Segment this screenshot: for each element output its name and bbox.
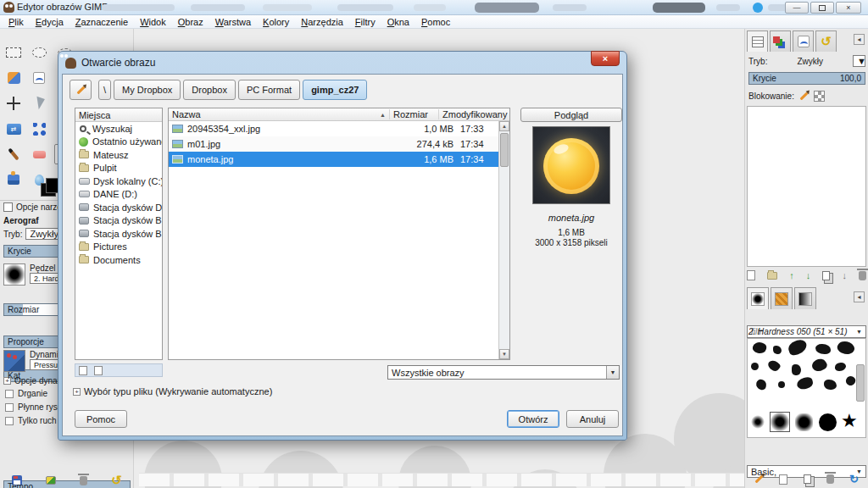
brush-thumb[interactable]	[755, 379, 767, 391]
place-dvd[interactable]: Stacja dysków DVD R...	[75, 201, 162, 214]
tab-layers[interactable]	[747, 30, 768, 52]
tab-channels[interactable]	[770, 30, 791, 52]
menu-plik[interactable]: Plik	[3, 17, 30, 27]
tool-ellipse-select[interactable]	[29, 42, 49, 63]
path-root-button[interactable]: \	[98, 80, 111, 100]
dialog-titlebar[interactable]: Otwarcie obrazu	[58, 52, 626, 74]
place-bd1[interactable]: Stacja dysków BD-R...	[75, 214, 162, 228]
brush-thumb[interactable]	[815, 344, 831, 354]
column-size[interactable]: Rozmiar	[389, 109, 438, 119]
cancel-button[interactable]: Anuluj	[566, 410, 619, 428]
dock-tab-menu-button[interactable]: ◂	[854, 34, 865, 45]
help-button[interactable]: Pomoc	[75, 410, 127, 428]
brush-thumb[interactable]	[844, 374, 857, 387]
file-type-filter-combo[interactable]: Wszystkie obrazy ▼	[387, 365, 620, 380]
close-button[interactable]: ×	[836, 2, 861, 14]
column-name[interactable]: Nazwa ▲	[169, 109, 389, 119]
remove-bookmark-icon[interactable]	[94, 366, 103, 375]
brush-hard-circle[interactable]	[819, 413, 837, 431]
layers-list[interactable]	[747, 106, 866, 267]
refresh-brushes-icon[interactable]: ↻	[849, 473, 859, 485]
edit-brush-icon[interactable]	[755, 475, 764, 484]
menu-okna[interactable]: Okna	[381, 17, 415, 27]
tool-paintbrush[interactable]	[3, 144, 24, 164]
tool-select-by-color[interactable]	[3, 68, 24, 88]
dialog-close-button[interactable]: ×	[591, 51, 620, 66]
dynamics-preview[interactable]	[3, 350, 25, 372]
tab-paths[interactable]	[793, 30, 814, 52]
file-row[interactable]: 20945354_xxl.jpg 1,0 MB 17:33	[169, 121, 509, 136]
brush-star[interactable]: ★	[841, 410, 858, 432]
file-type-expander[interactable]: + Wybór typu pliku (Wykrywanie automatyc…	[73, 386, 272, 396]
tool-clone[interactable]	[3, 169, 24, 190]
lock-pixels-icon[interactable]	[799, 92, 808, 101]
tab-undo-history[interactable]: ↺	[815, 30, 837, 52]
brush-thumb[interactable]	[751, 363, 759, 370]
new-brush-icon[interactable]	[779, 474, 787, 485]
brush-thumb[interactable]	[773, 346, 782, 354]
column-modified[interactable]: Zmodyfikowany	[438, 109, 509, 119]
layer-mode-value[interactable]: Zwykły	[797, 57, 823, 66]
add-bookmark-icon[interactable]	[79, 366, 87, 375]
maximize-button[interactable]	[810, 2, 834, 14]
place-pulpit[interactable]: Pulpit	[75, 162, 162, 175]
menu-narzedzia[interactable]: Narzędzia	[295, 17, 349, 27]
brush-thumb[interactable]	[778, 381, 785, 388]
scroll-down-icon[interactable]: ▼	[499, 349, 509, 359]
restore-options-icon[interactable]	[46, 476, 56, 485]
preview-header-button[interactable]: Podgląd	[520, 108, 622, 122]
layer-opacity-slider[interactable]: Krycie 100,0	[748, 72, 865, 85]
tool-cage-transform[interactable]	[29, 119, 49, 139]
brush-dock-menu-button[interactable]: ◂	[854, 291, 865, 302]
menu-obraz[interactable]: Obraz	[172, 17, 209, 27]
anchor-layer-icon[interactable]: ↓	[842, 270, 847, 280]
scrollbar-thumb[interactable]	[500, 133, 509, 167]
file-list-scrollbar[interactable]: ▲ ▼	[498, 121, 509, 359]
brush-filter-arrow[interactable]: ▼	[853, 326, 865, 337]
path-gimp-cz27-button[interactable]: gimp_cz27	[303, 80, 367, 100]
duplicate-layer-icon[interactable]	[822, 271, 830, 280]
duplicate-brush-icon[interactable]	[804, 474, 811, 484]
brush-preview[interactable]	[3, 263, 25, 286]
open-button[interactable]: Otwórz	[507, 410, 559, 428]
tool-ink[interactable]	[29, 93, 49, 114]
new-layer-icon[interactable]	[747, 270, 755, 280]
brush-soft-large[interactable]	[795, 413, 813, 431]
lower-layer-icon[interactable]: ↓	[806, 270, 811, 280]
tab-gradients[interactable]	[794, 287, 816, 309]
delete-layer-icon[interactable]	[859, 271, 866, 280]
menu-pomoc[interactable]: Pomoc	[415, 17, 456, 27]
jitter-checkbox[interactable]: Drganie	[5, 389, 47, 398]
brush-thumb[interactable]	[796, 376, 815, 391]
scroll-up-icon[interactable]: ▲	[499, 121, 509, 131]
brush-thumb[interactable]	[836, 339, 856, 358]
motion-only-checkbox[interactable]: Tylko ruch	[5, 416, 57, 425]
reset-options-icon[interactable]: ↺	[111, 473, 122, 488]
place-bd2[interactable]: Stacja dysków BD-R...	[75, 227, 162, 241]
brush-soft-selected[interactable]	[770, 412, 790, 432]
brush-scrollbar-thumb[interactable]	[856, 364, 865, 402]
brush-thumb[interactable]	[766, 358, 782, 373]
brush-thumb[interactable]	[752, 341, 768, 354]
tab-brushes[interactable]	[747, 287, 769, 309]
place-documents[interactable]: Documents	[75, 253, 162, 267]
tool-rectangle-select[interactable]	[3, 42, 24, 63]
tool-flip[interactable]: ⇄	[3, 119, 24, 139]
tab-patterns[interactable]	[771, 287, 793, 309]
place-mateusz[interactable]: Mateusz	[75, 148, 162, 162]
path-dropbox-button[interactable]: Dropbox	[183, 80, 236, 100]
layer-mode-arrow[interactable]: ▼	[853, 55, 865, 67]
tool-move[interactable]	[3, 93, 24, 114]
menu-kolory[interactable]: Kolory	[257, 17, 295, 27]
menu-widok[interactable]: Widok	[134, 17, 172, 27]
path-pc-format-button[interactable]: PC Format	[238, 80, 300, 100]
file-row[interactable]: m01.jpg 274,4 kB 17:34	[169, 136, 509, 152]
path-my-dropbox-button[interactable]: My Dropbox	[114, 80, 181, 100]
brush-thumb[interactable]	[810, 357, 829, 374]
brush-thumb[interactable]	[824, 380, 837, 390]
brush-soft-small[interactable]	[751, 415, 765, 429]
brush-thumb[interactable]	[792, 364, 801, 375]
delete-brush-icon[interactable]	[826, 474, 834, 484]
menu-zaznaczenie[interactable]: Zaznaczenie	[70, 17, 134, 27]
place-disk-c[interactable]: Dysk lokalny (C:)	[75, 175, 162, 188]
